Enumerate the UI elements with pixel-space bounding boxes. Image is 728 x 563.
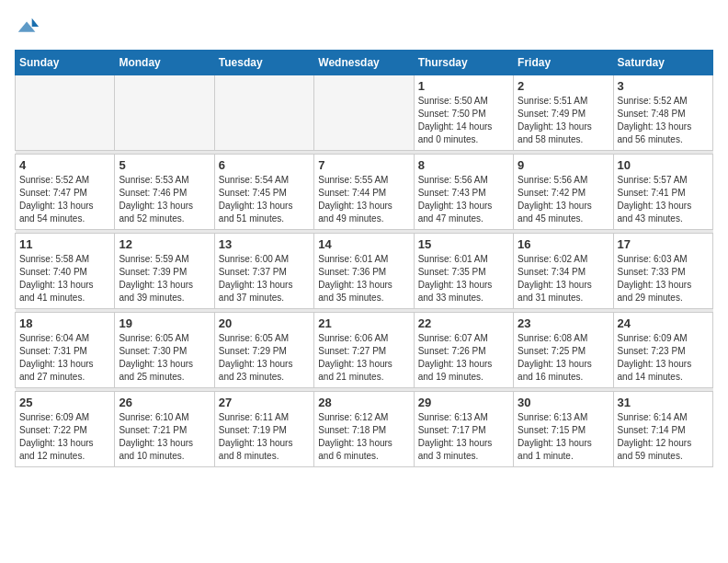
day-number: 4 [19, 158, 110, 172]
calendar-cell: 13Sunrise: 6:00 AM Sunset: 7:37 PM Dayli… [214, 234, 313, 309]
day-header-thursday: Thursday [414, 51, 513, 75]
day-info: Sunrise: 6:13 AM Sunset: 7:17 PM Dayligh… [418, 411, 509, 463]
day-number: 27 [219, 396, 310, 409]
day-info: Sunrise: 6:05 AM Sunset: 7:29 PM Dayligh… [219, 332, 310, 384]
calendar-cell: 7Sunrise: 5:55 AM Sunset: 7:44 PM Daylig… [314, 155, 414, 230]
day-info: Sunrise: 6:09 AM Sunset: 7:22 PM Dayligh… [19, 411, 110, 463]
calendar-cell: 19Sunrise: 6:05 AM Sunset: 7:30 PM Dayli… [115, 313, 214, 388]
day-info: Sunrise: 6:01 AM Sunset: 7:35 PM Dayligh… [418, 253, 509, 304]
day-number: 8 [418, 158, 509, 172]
day-number: 19 [119, 316, 210, 330]
day-info: Sunrise: 5:52 AM Sunset: 7:47 PM Dayligh… [19, 174, 110, 225]
calendar-week-4: 18Sunrise: 6:04 AM Sunset: 7:31 PM Dayli… [16, 313, 713, 388]
calendar-cell: 24Sunrise: 6:09 AM Sunset: 7:23 PM Dayli… [613, 313, 712, 388]
day-number: 15 [418, 237, 509, 251]
calendar-cell [214, 75, 313, 151]
calendar-cell: 8Sunrise: 5:56 AM Sunset: 7:43 PM Daylig… [414, 155, 513, 230]
calendar-cell: 12Sunrise: 5:59 AM Sunset: 7:39 PM Dayli… [115, 234, 214, 309]
day-info: Sunrise: 6:06 AM Sunset: 7:27 PM Dayligh… [318, 332, 409, 384]
day-number: 25 [19, 396, 110, 409]
day-info: Sunrise: 5:53 AM Sunset: 7:46 PM Dayligh… [119, 174, 210, 225]
day-number: 28 [318, 396, 409, 409]
day-number: 11 [19, 237, 110, 251]
day-info: Sunrise: 6:09 AM Sunset: 7:23 PM Dayligh… [618, 332, 709, 384]
day-number: 3 [618, 79, 709, 93]
calendar-cell [16, 75, 115, 151]
day-info: Sunrise: 5:58 AM Sunset: 7:40 PM Dayligh… [19, 253, 110, 304]
day-header-sunday: Sunday [16, 51, 115, 75]
calendar-week-2: 4Sunrise: 5:52 AM Sunset: 7:47 PM Daylig… [16, 155, 713, 230]
day-info: Sunrise: 6:01 AM Sunset: 7:36 PM Dayligh… [318, 253, 409, 304]
calendar-cell: 18Sunrise: 6:04 AM Sunset: 7:31 PM Dayli… [16, 313, 115, 388]
day-info: Sunrise: 5:57 AM Sunset: 7:41 PM Dayligh… [618, 174, 709, 225]
calendar-cell: 20Sunrise: 6:05 AM Sunset: 7:29 PM Dayli… [214, 313, 313, 388]
calendar-cell: 16Sunrise: 6:02 AM Sunset: 7:34 PM Dayli… [514, 234, 613, 309]
calendar-cell: 25Sunrise: 6:09 AM Sunset: 7:22 PM Dayli… [16, 392, 115, 467]
day-info: Sunrise: 6:03 AM Sunset: 7:33 PM Dayligh… [618, 253, 709, 304]
day-number: 14 [318, 237, 409, 251]
day-info: Sunrise: 5:55 AM Sunset: 7:44 PM Dayligh… [318, 174, 409, 225]
calendar-cell: 11Sunrise: 5:58 AM Sunset: 7:40 PM Dayli… [16, 234, 115, 309]
svg-marker-0 [32, 18, 39, 27]
day-info: Sunrise: 5:52 AM Sunset: 7:48 PM Dayligh… [618, 95, 709, 146]
day-number: 10 [618, 158, 709, 172]
calendar-cell: 28Sunrise: 6:12 AM Sunset: 7:18 PM Dayli… [314, 392, 414, 467]
calendar: SundayMondayTuesdayWednesdayThursdayFrid… [15, 50, 713, 467]
day-info: Sunrise: 6:13 AM Sunset: 7:15 PM Dayligh… [518, 411, 609, 463]
day-number: 13 [219, 237, 310, 251]
day-number: 30 [518, 396, 609, 409]
calendar-cell: 31Sunrise: 6:14 AM Sunset: 7:14 PM Dayli… [613, 392, 712, 467]
calendar-cell: 21Sunrise: 6:06 AM Sunset: 7:27 PM Dayli… [314, 313, 414, 388]
logo [15, 15, 44, 40]
day-number: 18 [19, 316, 110, 330]
day-info: Sunrise: 5:51 AM Sunset: 7:49 PM Dayligh… [518, 95, 609, 146]
day-info: Sunrise: 6:14 AM Sunset: 7:14 PM Dayligh… [618, 411, 709, 463]
calendar-cell: 4Sunrise: 5:52 AM Sunset: 7:47 PM Daylig… [16, 155, 115, 230]
day-number: 17 [618, 237, 709, 251]
calendar-cell: 3Sunrise: 5:52 AM Sunset: 7:48 PM Daylig… [613, 75, 712, 151]
day-info: Sunrise: 6:05 AM Sunset: 7:30 PM Dayligh… [119, 332, 210, 384]
day-number: 23 [518, 316, 609, 330]
calendar-cell: 22Sunrise: 6:07 AM Sunset: 7:26 PM Dayli… [414, 313, 513, 388]
calendar-cell: 17Sunrise: 6:03 AM Sunset: 7:33 PM Dayli… [613, 234, 712, 309]
day-info: Sunrise: 6:11 AM Sunset: 7:19 PM Dayligh… [219, 411, 310, 463]
day-info: Sunrise: 5:54 AM Sunset: 7:45 PM Dayligh… [219, 174, 310, 225]
day-info: Sunrise: 5:56 AM Sunset: 7:43 PM Dayligh… [418, 174, 509, 225]
calendar-header-row: SundayMondayTuesdayWednesdayThursdayFrid… [16, 51, 713, 75]
logo-icon [15, 15, 40, 40]
day-number: 29 [418, 396, 509, 409]
day-info: Sunrise: 5:59 AM Sunset: 7:39 PM Dayligh… [119, 253, 210, 304]
calendar-cell: 14Sunrise: 6:01 AM Sunset: 7:36 PM Dayli… [314, 234, 414, 309]
day-number: 2 [518, 79, 609, 93]
calendar-cell: 30Sunrise: 6:13 AM Sunset: 7:15 PM Dayli… [514, 392, 613, 467]
day-header-tuesday: Tuesday [214, 51, 313, 75]
day-number: 22 [418, 316, 509, 330]
day-info: Sunrise: 6:12 AM Sunset: 7:18 PM Dayligh… [318, 411, 409, 463]
calendar-cell: 9Sunrise: 5:56 AM Sunset: 7:42 PM Daylig… [514, 155, 613, 230]
calendar-week-5: 25Sunrise: 6:09 AM Sunset: 7:22 PM Dayli… [16, 392, 713, 467]
day-number: 24 [618, 316, 709, 330]
day-number: 20 [219, 316, 310, 330]
calendar-cell: 15Sunrise: 6:01 AM Sunset: 7:35 PM Dayli… [414, 234, 513, 309]
day-info: Sunrise: 5:56 AM Sunset: 7:42 PM Dayligh… [518, 174, 609, 225]
day-header-saturday: Saturday [613, 51, 712, 75]
day-number: 26 [119, 396, 210, 409]
calendar-cell: 6Sunrise: 5:54 AM Sunset: 7:45 PM Daylig… [214, 155, 313, 230]
day-info: Sunrise: 6:10 AM Sunset: 7:21 PM Dayligh… [119, 411, 210, 463]
calendar-cell [115, 75, 214, 151]
calendar-cell: 23Sunrise: 6:08 AM Sunset: 7:25 PM Dayli… [514, 313, 613, 388]
day-info: Sunrise: 6:08 AM Sunset: 7:25 PM Dayligh… [518, 332, 609, 384]
day-number: 1 [418, 79, 509, 93]
day-number: 16 [518, 237, 609, 251]
calendar-cell: 1Sunrise: 5:50 AM Sunset: 7:50 PM Daylig… [414, 75, 513, 151]
header [15, 15, 713, 40]
calendar-cell: 29Sunrise: 6:13 AM Sunset: 7:17 PM Dayli… [414, 392, 513, 467]
calendar-cell: 2Sunrise: 5:51 AM Sunset: 7:49 PM Daylig… [514, 75, 613, 151]
day-header-wednesday: Wednesday [314, 51, 414, 75]
calendar-cell: 26Sunrise: 6:10 AM Sunset: 7:21 PM Dayli… [115, 392, 214, 467]
day-header-friday: Friday [514, 51, 613, 75]
calendar-week-3: 11Sunrise: 5:58 AM Sunset: 7:40 PM Dayli… [16, 234, 713, 309]
calendar-cell: 27Sunrise: 6:11 AM Sunset: 7:19 PM Dayli… [214, 392, 313, 467]
day-info: Sunrise: 6:04 AM Sunset: 7:31 PM Dayligh… [19, 332, 110, 384]
day-number: 31 [618, 396, 709, 409]
